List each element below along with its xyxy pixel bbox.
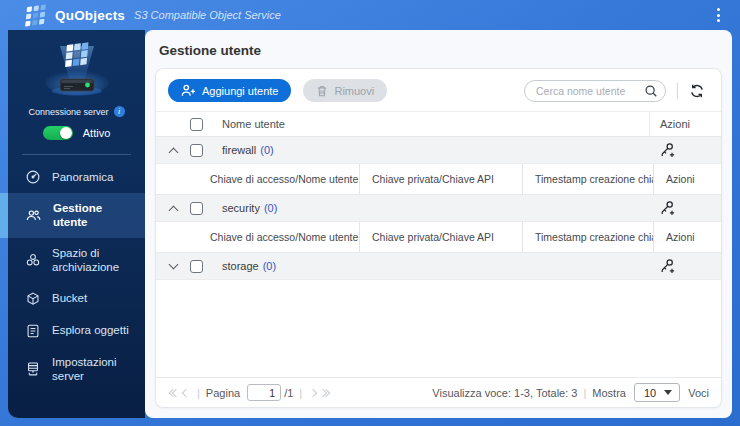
items-label: Voci [688,387,709,399]
page-number-input[interactable] [247,384,281,401]
page-size-value: 10 [644,387,656,399]
add-user-button[interactable]: Aggiungi utente [168,79,291,102]
column-header-actions: Azioni [649,112,721,136]
last-page-button[interactable] [318,388,331,398]
remove-label: Rimuovi [334,85,374,97]
key-plus-icon [659,142,675,158]
gauge-icon [25,169,41,185]
prev-page-button[interactable] [181,388,191,398]
table-header-row: Nome utente Azioni [156,111,721,137]
key-plus-icon [659,200,675,216]
server-hologram-illustration [33,38,121,104]
expand-chevron-icon[interactable] [168,260,178,270]
next-page-button[interactable] [308,388,318,398]
table-row-security[interactable]: security (0) [156,195,721,222]
page-label: Pagina [206,387,240,399]
trash-icon [316,85,328,97]
page-size-select[interactable]: 10 [634,383,680,402]
sidebar-item-spazio-archiviazione[interactable]: Spazio di archiviazione [8,238,145,283]
add-user-label: Aggiungi utente [202,85,278,97]
sub-col-access-key: Chiave di accesso/Nome utente [198,222,360,252]
search-icon[interactable] [644,84,658,98]
app-subtitle: S3 Compatible Object Service [134,9,281,21]
sidebar-item-label: Spazio di archiviazione [52,246,137,275]
key-plus-icon [659,258,675,274]
page-title: Gestione utente [159,43,722,58]
sub-header-row: Chiave di accesso/Nome utente Chiave pri… [156,222,721,253]
group-name: storage [222,260,259,272]
sidebar-divider [22,154,131,155]
add-key-button[interactable] [659,200,675,216]
main-panel: Gestione utente Aggiungi utente Rimuovi [145,30,732,418]
first-page-button[interactable] [168,388,181,398]
toolbar: Aggiungi utente Rimuovi [156,69,721,111]
sub-col-timestamp: Timestamp creazione chiave... [523,164,654,194]
refresh-icon [689,83,705,99]
user-table: Nome utente Azioni firewall (0) [156,111,721,407]
search-box [524,80,666,102]
cube-icon [25,291,41,307]
table-footer: | Pagina /1 | Visualizza voce: 1-3, Tota… [156,377,721,407]
chevron-down-icon [664,390,672,395]
add-key-button[interactable] [659,142,675,158]
table-row-firewall[interactable]: firewall (0) [156,137,721,164]
sidebar-item-esplora-oggetti[interactable]: Esplora oggetti [8,315,145,347]
storage-cluster-icon [25,252,41,268]
sidebar: Connessione server i Attivo Panoramica [8,30,145,418]
items-summary: Visualizza voce: 1-3, Totale: 3 [432,387,577,399]
toolbar-divider [677,83,678,99]
topbar: QuObjects S3 Compatible Object Service [0,0,740,30]
info-icon[interactable]: i [114,106,125,117]
table-row-storage[interactable]: storage (0) [156,253,721,280]
document-list-icon [25,323,41,339]
connection-toggle[interactable] [43,126,73,140]
sidebar-item-label: Impostazioni server [52,355,137,384]
person-plus-icon [181,84,196,97]
show-label: Mostra [592,387,626,399]
group-count: (0) [260,144,273,156]
collapse-chevron-icon[interactable] [168,147,178,157]
connection-label: Connessione server [28,107,108,117]
sub-col-actions: Azioni [654,222,721,252]
footer-divider: | [299,387,302,399]
group-name: firewall [222,144,256,156]
user-management-card: Aggiungi utente Rimuovi [155,68,722,408]
group-count: (0) [263,260,276,272]
app-title: QuObjects [55,8,125,23]
quobjects-logo-icon [25,4,46,26]
sub-col-timestamp: Timestamp creazione chiave... [523,222,654,252]
users-icon [25,208,42,223]
group-name: security [222,202,260,214]
row-checkbox[interactable] [190,144,203,157]
row-checkbox[interactable] [190,202,203,215]
sub-header-row: Chiave di accesso/Nome utente Chiave pri… [156,164,721,195]
sidebar-item-gestione-utente[interactable]: Gestione utente [8,193,145,238]
sidebar-nav: Panoramica Gestione utente Spazio di arc… [8,161,145,391]
sidebar-item-panoramica[interactable]: Panoramica [8,161,145,193]
connection-status: Attivo [83,127,111,139]
column-header-name: Nome utente [204,118,649,130]
refresh-button[interactable] [689,83,705,99]
page-total: /1 [284,387,293,399]
server-network-icon [25,361,41,377]
sidebar-item-label: Bucket [52,291,87,305]
footer-divider: | [197,387,200,399]
add-key-button[interactable] [659,258,675,274]
sidebar-item-label: Esplora oggetti [52,323,129,337]
remove-button[interactable]: Rimuovi [303,79,387,102]
sidebar-item-label: Gestione utente [53,201,137,230]
footer-divider: | [583,387,586,399]
sub-col-access-key: Chiave di accesso/Nome utente [198,164,360,194]
kebab-menu-icon[interactable] [711,4,726,26]
sub-col-actions: Azioni [654,164,721,194]
sidebar-item-impostazioni-server[interactable]: Impostazioni server [8,347,145,392]
row-checkbox[interactable] [190,260,203,273]
sub-col-private-key: Chiave privata/Chiave API [360,222,523,252]
select-all-checkbox[interactable] [190,118,203,131]
sidebar-frame: Connessione server i Attivo Panoramica [0,30,145,426]
group-count: (0) [264,202,277,214]
sidebar-item-bucket[interactable]: Bucket [8,283,145,315]
sidebar-item-label: Panoramica [52,170,113,184]
collapse-chevron-icon[interactable] [168,205,178,215]
sub-col-private-key: Chiave privata/Chiave API [360,164,523,194]
